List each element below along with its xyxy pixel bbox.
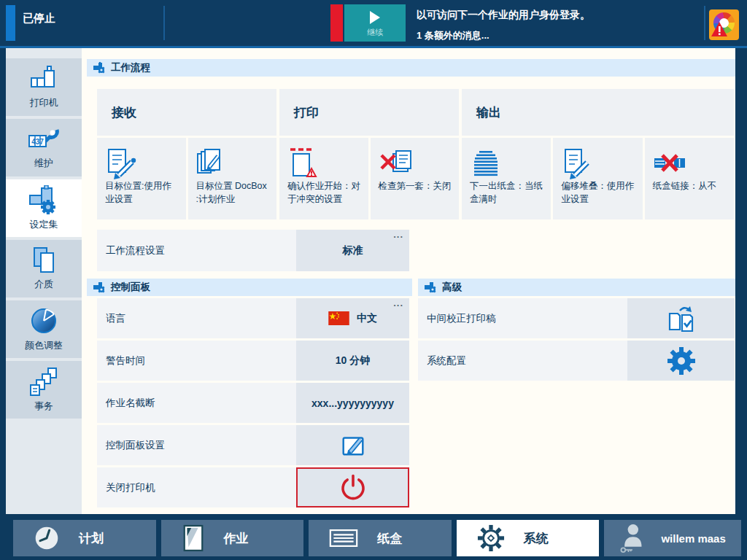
media-sheets-icon (31, 246, 57, 274)
settings-sidebar: 打印机 437 维护 (6, 48, 82, 514)
maintenance-counter: 437 (31, 138, 44, 146)
doc-conflict-warning-icon (287, 147, 321, 180)
workflow-item-tray-linking[interactable]: 纸盒链接：从不 (645, 138, 734, 219)
trays-icon (329, 526, 358, 550)
workflow-column-receive: 接收 (97, 89, 276, 219)
advanced-section-title: 高级 (442, 281, 462, 294)
nav-system-button[interactable]: 系统 (457, 520, 600, 556)
sidebar-item-maintenance[interactable]: 437 维护 (6, 119, 82, 176)
more-options-dots: ... (393, 229, 403, 240)
attention-stripe (330, 4, 343, 42)
color-warning-button[interactable] (709, 9, 739, 40)
workflow-column-print: 打印 (279, 89, 459, 219)
job-name-truncation-value-button[interactable]: xxx...yyyyyyyyyy (296, 383, 409, 423)
continue-button-label: 继续 (367, 27, 383, 38)
topbar-divider-right (704, 6, 705, 40)
system-configuration-label: 系统配置 (418, 341, 627, 381)
paper-stack-icon (470, 147, 503, 180)
advanced-section-header: 高级 (418, 279, 735, 296)
language-row: 语言 ... 中文 (97, 298, 409, 338)
workflow-item-offset-stacking[interactable]: 偏移堆叠：使用作业设置 (553, 138, 642, 219)
power-icon (338, 473, 368, 502)
language-value-button[interactable]: ... 中文 (296, 298, 409, 338)
sidebar-item-label: 介质 (34, 278, 53, 291)
control-panel-section-header: 控制面板 (87, 279, 412, 296)
printer-icon (29, 65, 58, 93)
color-adjust-sphere-icon (29, 306, 58, 335)
jobs-doc-icon (182, 524, 205, 552)
workflow-section-icon (93, 62, 106, 74)
sidebar-item-printer[interactable]: 打印机 (6, 58, 82, 116)
workflow-section-header: 工作流程 (87, 59, 735, 77)
workflow-item-check-first-set[interactable]: 检查第一套：关闭 (371, 138, 460, 219)
workflow-item-label: 检查第一套：关闭 (379, 180, 453, 193)
control-panel-settings-button[interactable] (296, 425, 409, 465)
workflow-item-label: 偏移堆叠：使用作业设置 (561, 180, 635, 206)
workflow-item-destination[interactable]: 目标位置:使用作业设置 (97, 138, 186, 219)
nav-button-label: 纸盒 (377, 530, 402, 547)
workflow-item-label: 目标位置 DocBox :计划作业 (196, 180, 271, 206)
settings-content: 工作流程 接收 (87, 48, 735, 514)
proof-print-row: 中间校正打印稿 (418, 298, 735, 338)
workflow-item-docbox[interactable]: 目标位置 DocBox :计划作业 (188, 138, 277, 219)
tray-link-never-icon (653, 147, 686, 180)
sidebar-item-media[interactable]: 介质 (6, 240, 82, 298)
shutdown-printer-row: 关闭打印机 (97, 467, 409, 508)
more-options-dots: ... (393, 298, 403, 308)
edit-panel-icon (339, 432, 367, 459)
sidebar-item-label: 设定集 (30, 218, 58, 231)
user-key-icon (619, 523, 645, 553)
topbar-divider (163, 6, 165, 40)
nav-button-label: willem maas (661, 532, 725, 545)
proof-print-icon (665, 303, 697, 334)
nav-schedule-button[interactable]: 计划 (13, 520, 156, 556)
nav-button-label: 计划 (79, 530, 104, 547)
workflow-settings-value-button[interactable]: ... 标准 (296, 230, 409, 271)
proof-print-label: 中间校正打印稿 (418, 298, 627, 338)
workflow-settings-row: 工作流程设置 ... 标准 (97, 230, 409, 271)
language-value: 中文 (357, 312, 377, 325)
workflow-column-header: 输出 (462, 89, 734, 136)
system-configuration-button[interactable] (627, 341, 735, 381)
printer-status-text: 已停止 (23, 12, 55, 26)
warning-time-label: 警告时间 (97, 341, 296, 381)
workflow-item-confirm-start[interactable]: 确认作业开始：对于冲突的设置 (279, 138, 368, 219)
workflow-settings-value: 标准 (343, 244, 363, 257)
docs-cross-icon (379, 147, 412, 180)
sidebar-item-label: 颜色调整 (25, 339, 63, 352)
workspace: 打印机 437 维护 (6, 48, 735, 514)
proof-print-button[interactable] (627, 298, 735, 338)
nav-jobs-button[interactable]: 作业 (161, 520, 304, 556)
status-accent-block (6, 5, 15, 41)
system-gear-icon (477, 524, 505, 552)
extra-messages-link[interactable]: 1 条额外的消息... (417, 29, 489, 42)
offset-doc-pencil-icon (561, 147, 595, 180)
control-panel-settings-row: 控制面板设置 (97, 425, 409, 465)
workflow-grid: 接收 (97, 89, 734, 219)
workflow-item-label: 下一出纸盒：当纸盒满时 (470, 180, 544, 206)
advanced-section-icon (425, 281, 437, 293)
sidebar-item-setup-sets[interactable]: 设定集 (6, 179, 82, 237)
workflow-section-title: 工作流程 (111, 61, 150, 74)
operator-message: 以可访问下一个作业的用户身份登录。 (417, 9, 590, 22)
continue-button[interactable]: 继续 (344, 4, 406, 42)
warning-time-value-button[interactable]: 10 分钟 (296, 341, 409, 381)
doc-pencil-icon (105, 147, 139, 180)
china-flag-icon (328, 311, 349, 325)
maintenance-counter-wrench-icon: 437 (28, 125, 60, 153)
control-panel-rows: 语言 ... 中文 (97, 298, 409, 510)
docs-pencil-icon (196, 147, 230, 180)
settings-set-icon (28, 185, 59, 214)
shutdown-printer-button[interactable] (296, 467, 409, 508)
nav-trays-button[interactable]: 纸盒 (309, 520, 452, 556)
language-label: 语言 (97, 298, 296, 338)
workflow-item-next-tray[interactable]: 下一出纸盒：当纸盒满时 (462, 138, 551, 219)
workflow-settings-label: 工作流程设置 (97, 230, 296, 271)
sidebar-item-label: 打印机 (30, 96, 58, 109)
sidebar-item-transactions[interactable]: 事务 (6, 361, 82, 419)
warning-time-row: 警告时间 10 分钟 (97, 341, 409, 381)
gear-icon (667, 346, 696, 376)
nav-user-button[interactable]: willem maas (604, 520, 741, 556)
transactions-stack-icon (29, 367, 58, 396)
sidebar-item-color-adjust[interactable]: 颜色调整 (6, 300, 82, 358)
